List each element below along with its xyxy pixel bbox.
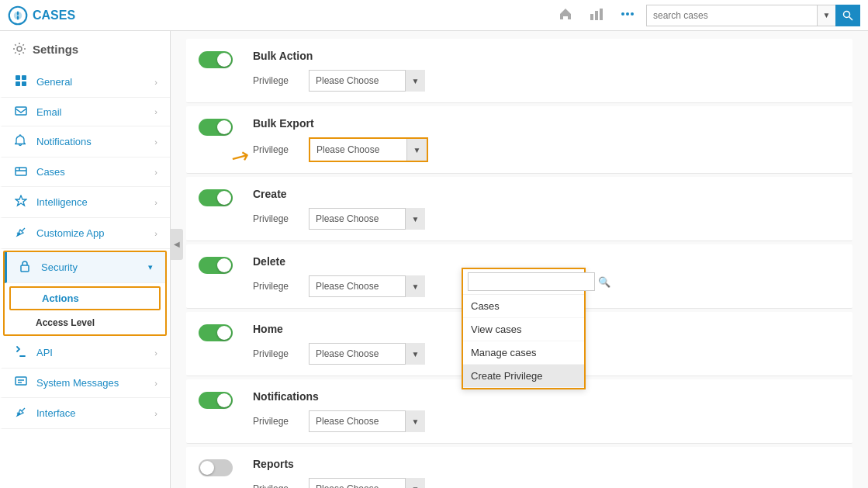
bulk-export-toggle[interactable] bbox=[199, 119, 233, 136]
search-container: ▼ bbox=[646, 5, 860, 26]
sidebar-item-label-notifications: Notifications bbox=[36, 136, 154, 147]
dropdown-option-create-privilege[interactable]: Create Privilege bbox=[463, 365, 584, 388]
customize-icon bbox=[15, 226, 30, 241]
dropdown-search-input[interactable] bbox=[468, 272, 595, 291]
privilege-select-bulk-action[interactable]: Please Choose bbox=[309, 70, 425, 92]
sidebar-item-api[interactable]: API › bbox=[0, 337, 170, 369]
toggle-area-reports bbox=[199, 458, 253, 476]
privilege-select-reports[interactable]: Please Choose bbox=[309, 478, 425, 488]
sidebar-item-label-system-messages: System Messages bbox=[36, 377, 154, 389]
sidebar-item-label-security: Security bbox=[41, 261, 148, 273]
privilege-select-wrapper-bulk-action: Please Choose ▼ bbox=[309, 70, 425, 92]
setting-main-bulk-export: Bulk Export Privilege Please Choose ▼ bbox=[253, 117, 840, 162]
system-messages-icon bbox=[15, 376, 30, 389]
sidebar-sub-item-actions[interactable]: Actions bbox=[9, 286, 161, 310]
privilege-select-create[interactable]: Please Choose bbox=[309, 208, 425, 230]
reports-toggle[interactable] bbox=[199, 459, 233, 476]
search-dropdown-btn[interactable]: ▼ bbox=[817, 5, 835, 26]
toggle-area-bulk-export bbox=[199, 117, 253, 136]
privilege-select-wrapper-notifications: Please Choose ▼ bbox=[309, 410, 425, 432]
bulk-action-toggle[interactable] bbox=[199, 51, 233, 68]
svg-point-5 bbox=[621, 12, 624, 16]
sidebar-item-general[interactable]: General › bbox=[0, 67, 170, 98]
more-icon-btn[interactable] bbox=[617, 3, 638, 28]
sidebar-item-intelligence[interactable]: Intelligence › bbox=[0, 187, 170, 218]
svg-line-9 bbox=[849, 16, 853, 20]
sidebar-item-customize-app[interactable]: Customize App › bbox=[0, 218, 170, 249]
sidebar-item-label-email: Email bbox=[36, 106, 154, 118]
dropdown-option-view-cases[interactable]: View cases bbox=[463, 318, 584, 341]
privilege-select-wrapper-bulk-export: Please Choose ▼ bbox=[309, 137, 428, 162]
svg-rect-13 bbox=[16, 81, 20, 86]
sidebar-item-notifications[interactable]: Notifications › bbox=[0, 126, 170, 157]
sidebar: Settings General › Email › Notifications… bbox=[0, 31, 171, 488]
setting-row-bulk-action: Bulk Action Privilege Please Choose ▼ bbox=[186, 39, 852, 103]
general-chevron-icon: › bbox=[154, 78, 157, 87]
sidebar-item-security[interactable]: Security ▾ bbox=[5, 252, 165, 283]
bulk-action-title: Bulk Action bbox=[253, 50, 840, 62]
dropdown-option-manage-cases[interactable]: Manage cases bbox=[463, 341, 584, 365]
notifications-toggle[interactable] bbox=[199, 392, 233, 409]
bulk-export-title: Bulk Export bbox=[253, 117, 840, 130]
general-icon bbox=[15, 74, 30, 89]
notifications-chevron-icon: › bbox=[154, 137, 157, 147]
privilege-select-delete[interactable]: Please Choose bbox=[309, 275, 425, 297]
sidebar-item-label-customize-app: Customize App bbox=[36, 227, 154, 239]
reports-title: Reports bbox=[253, 458, 840, 470]
toggle-knob-home bbox=[217, 326, 231, 340]
toggle-knob-reports bbox=[200, 461, 214, 475]
system-messages-chevron-icon: › bbox=[154, 379, 157, 388]
toggle-area-bulk-action bbox=[199, 50, 253, 68]
svg-point-6 bbox=[626, 12, 629, 16]
customize-chevron-icon: › bbox=[154, 229, 157, 238]
toggle-area-home bbox=[199, 323, 253, 341]
sidebar-collapse-btn[interactable]: ◀ bbox=[171, 229, 183, 260]
main-layout: Settings General › Email › Notifications… bbox=[0, 31, 868, 488]
privilege-select-home[interactable]: Please Choose bbox=[309, 343, 425, 365]
svg-rect-14 bbox=[22, 81, 26, 86]
settings-gear-icon bbox=[12, 42, 26, 56]
toggle-area-delete bbox=[199, 255, 253, 274]
svg-rect-2 bbox=[590, 14, 593, 20]
intelligence-icon bbox=[15, 195, 30, 209]
toggle-knob-create bbox=[217, 191, 231, 205]
toggle-area-notifications bbox=[199, 390, 253, 409]
delete-toggle[interactable] bbox=[199, 257, 233, 274]
sidebar-actions-label: Actions bbox=[42, 292, 79, 304]
home-icon-btn[interactable] bbox=[555, 3, 576, 28]
email-chevron-icon: › bbox=[154, 107, 157, 116]
search-input[interactable] bbox=[646, 5, 817, 26]
dropdown-option-cases[interactable]: Cases bbox=[463, 295, 584, 318]
home-toggle[interactable] bbox=[199, 324, 233, 341]
api-chevron-icon: › bbox=[154, 348, 157, 358]
setting-main-notifications: Notifications Privilege Please Choose ▼ bbox=[253, 390, 840, 432]
chart-icon-btn[interactable] bbox=[586, 3, 607, 28]
svg-rect-11 bbox=[16, 75, 20, 80]
svg-rect-18 bbox=[16, 377, 26, 385]
privilege-select-wrapper-create: Please Choose ▼ bbox=[309, 208, 425, 230]
create-toggle[interactable] bbox=[199, 189, 233, 206]
privilege-select-notifications[interactable]: Please Choose bbox=[309, 410, 425, 432]
sidebar-item-email[interactable]: Email › bbox=[0, 98, 170, 126]
privilege-select-wrapper-delete: Please Choose ▼ bbox=[309, 275, 425, 297]
setting-row-reports: Reports Privilege Please Choose ▼ bbox=[186, 447, 852, 488]
sidebar-item-label-cases: Cases bbox=[36, 166, 154, 178]
sidebar-item-cases[interactable]: Cases › bbox=[0, 157, 170, 187]
sidebar-item-label-intelligence: Intelligence bbox=[36, 196, 154, 208]
privilege-select-bulk-export[interactable]: Please Choose bbox=[310, 139, 427, 161]
privilege-label-reports: Privilege bbox=[253, 483, 299, 488]
sidebar-settings-header: Settings bbox=[0, 31, 170, 67]
setting-main-reports: Reports Privilege Please Choose ▼ bbox=[253, 458, 840, 488]
dropdown-search-row: 🔍 bbox=[463, 269, 584, 295]
svg-rect-16 bbox=[16, 168, 26, 175]
svg-rect-17 bbox=[21, 265, 29, 272]
toggle-area-create bbox=[199, 188, 253, 206]
search-go-btn[interactable] bbox=[835, 5, 860, 26]
sidebar-item-interface[interactable]: Interface › bbox=[0, 398, 170, 429]
toggle-knob-delete bbox=[217, 258, 231, 272]
sidebar-item-label-general: General bbox=[36, 76, 154, 88]
toggle-knob-bulk-export bbox=[217, 120, 231, 134]
setting-main-create: Create Privilege Please Choose ▼ bbox=[253, 188, 840, 230]
sidebar-item-system-messages[interactable]: System Messages › bbox=[0, 369, 170, 398]
arrow-indicator: ↗ bbox=[226, 140, 254, 171]
